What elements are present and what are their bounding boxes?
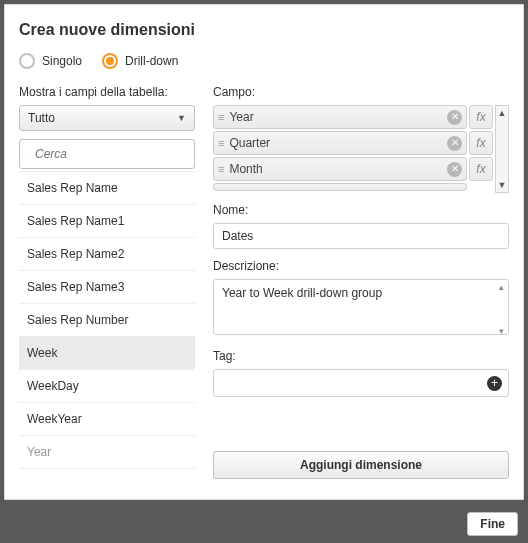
campo-list: ≡Year✕≡Quarter✕≡Month✕ <box>213 105 467 193</box>
radio-dot-icon <box>106 57 114 65</box>
campo-item[interactable]: ≡Quarter✕ <box>213 131 467 155</box>
radio-drilldown[interactable]: Drill-down <box>102 53 178 69</box>
svg-point-0 <box>28 154 29 155</box>
nome-input[interactable] <box>213 223 509 249</box>
campo-item-name: Quarter <box>229 136 441 150</box>
remove-icon[interactable]: ✕ <box>447 110 462 125</box>
campo-item[interactable] <box>213 183 467 191</box>
scroll-up-icon[interactable]: ▲ <box>496 106 508 120</box>
fx-column: fxfxfx <box>469 105 493 193</box>
search-input[interactable] <box>35 147 186 161</box>
campo-scrollbar[interactable]: ▲ ▼ <box>495 105 509 193</box>
campo-item-name: Month <box>229 162 441 176</box>
campo-item[interactable]: ≡Month✕ <box>213 157 467 181</box>
tag-input[interactable]: + <box>213 369 509 397</box>
scroll-down-icon[interactable]: ▾ <box>494 324 508 338</box>
field-item[interactable]: Sales Rep Name <box>19 172 195 205</box>
add-dimension-button[interactable]: Aggiungi dimensione <box>213 451 509 479</box>
scroll-up-icon[interactable]: ▴ <box>494 280 508 294</box>
search-icon <box>28 148 29 161</box>
field-list: Sales Rep NameSales Rep Name1Sales Rep N… <box>19 171 195 479</box>
table-dropdown-value: Tutto <box>28 111 55 125</box>
field-item[interactable]: WeekYear <box>19 403 195 436</box>
drag-handle-icon[interactable]: ≡ <box>218 163 223 175</box>
drag-handle-icon[interactable]: ≡ <box>218 111 223 123</box>
radio-drilldown-label: Drill-down <box>125 54 178 68</box>
type-radio-group: Singolo Drill-down <box>19 53 509 69</box>
field-item[interactable]: Sales Rep Name2 <box>19 238 195 271</box>
field-item[interactable]: WeekDay <box>19 370 195 403</box>
chevron-down-icon: ▼ <box>177 113 186 123</box>
textarea-scrollbar[interactable]: ▴ ▾ <box>494 280 508 338</box>
remove-icon[interactable]: ✕ <box>447 136 462 151</box>
dialog-footer: Fine <box>0 505 528 543</box>
field-item[interactable]: Week <box>19 337 195 370</box>
search-input-wrap[interactable] <box>19 139 195 169</box>
drag-handle-icon[interactable]: ≡ <box>218 137 223 149</box>
radio-single-circle <box>19 53 35 69</box>
scroll-down-icon[interactable]: ▼ <box>496 178 508 192</box>
tag-label: Tag: <box>213 349 509 363</box>
fx-button[interactable]: fx <box>469 157 493 181</box>
descr-label: Descrizione: <box>213 259 509 273</box>
show-fields-label: Mostra i campi della tabella: <box>19 85 195 99</box>
field-item[interactable]: Sales Rep Number <box>19 304 195 337</box>
campo-label: Campo: <box>213 85 509 99</box>
remove-icon[interactable]: ✕ <box>447 162 462 177</box>
radio-single-label: Singolo <box>42 54 82 68</box>
radio-single[interactable]: Singolo <box>19 53 82 69</box>
dialog-panel: Crea nuove dimensioni Singolo Drill-down… <box>4 4 524 500</box>
campo-item[interactable]: ≡Year✕ <box>213 105 467 129</box>
field-item[interactable]: Sales Rep Name1 <box>19 205 195 238</box>
campo-item-name: Year <box>229 110 441 124</box>
field-item[interactable]: Sales Rep Name3 <box>19 271 195 304</box>
dialog-title: Crea nuove dimensioni <box>19 21 509 39</box>
descr-textarea[interactable] <box>213 279 509 335</box>
fx-button[interactable]: fx <box>469 131 493 155</box>
add-tag-icon[interactable]: + <box>487 376 502 391</box>
fx-button[interactable]: fx <box>469 105 493 129</box>
fine-button[interactable]: Fine <box>467 512 518 536</box>
field-item[interactable]: Year <box>19 436 195 469</box>
table-dropdown[interactable]: Tutto ▼ <box>19 105 195 131</box>
nome-label: Nome: <box>213 203 509 217</box>
radio-drilldown-circle <box>102 53 118 69</box>
